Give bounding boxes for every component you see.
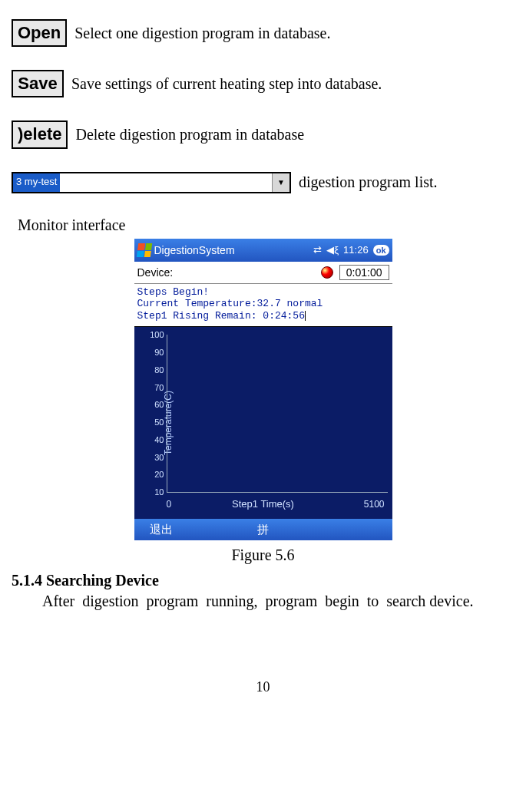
ytick: 10	[146, 487, 164, 497]
text-cursor-icon	[305, 311, 306, 321]
status-indicator-icon	[321, 266, 333, 279]
chart-plot-area: 100 90 80 70 60 50 40 30 20 10	[167, 335, 388, 493]
open-desc: Select one digestion program in database…	[74, 25, 330, 42]
save-row: Save Save settings of current heating st…	[12, 70, 514, 97]
open-row: Open Select one digestion program in dat…	[12, 19, 514, 47]
softkey-bar: 退出 拼	[134, 519, 392, 540]
ytick: 20	[146, 470, 164, 479]
save-button[interactable]: Save	[12, 70, 64, 97]
device-row: Device: 0:01:00	[134, 262, 392, 284]
ok-button[interactable]: ok	[373, 245, 389, 256]
section-heading: 5.1.4 Searching Device	[12, 572, 514, 589]
titlebar: DigestionSystem ⇄ ◀ξ 11:26 ok	[134, 239, 392, 262]
save-desc: Save settings of current heating step in…	[71, 75, 382, 93]
app-title: DigestionSystem	[154, 244, 235, 256]
chevron-down-icon[interactable]: ▼	[272, 173, 289, 192]
softkey-center[interactable]: 拼	[257, 523, 269, 537]
delete-desc: Delete digestion program in database	[75, 126, 304, 144]
xtick-max: 5100	[364, 499, 385, 510]
softkey-left[interactable]: 退出	[150, 523, 173, 537]
ytick: 100	[146, 330, 164, 339]
monitor-screenshot: DigestionSystem ⇄ ◀ξ 11:26 ok Device: 0:…	[134, 239, 392, 541]
message-area: Steps Begin! Current Temperature:32.7 no…	[134, 284, 392, 327]
msg-line-3: Step1 Rising Remain: 0:24:56	[137, 310, 389, 322]
page-number: 10	[12, 679, 514, 695]
temperature-chart: Temperature(C) 100 90 80 70 60 50 40 30 …	[134, 326, 392, 519]
msg-line-1: Steps Begin!	[137, 286, 389, 299]
program-list-combo[interactable]: 3 my-test ▼	[12, 172, 291, 193]
connectivity-icon: ⇄	[313, 244, 322, 256]
ytick: 50	[146, 418, 164, 427]
ytick: 90	[146, 348, 164, 357]
ytick: 80	[146, 365, 164, 375]
clock: 11:26	[343, 244, 369, 256]
msg-line-2: Current Temperature:32.7 normal	[137, 298, 389, 310]
windows-logo-icon	[136, 243, 152, 257]
status-icons: ⇄ ◀ξ 11:26 ok	[313, 244, 389, 256]
ytick: 30	[146, 453, 164, 462]
elapsed-timer: 0:01:00	[339, 265, 389, 280]
open-button[interactable]: Open	[12, 19, 67, 47]
figure-caption: Figure 5.6	[12, 546, 514, 564]
section-paragraph: After digestion program running, program…	[12, 592, 514, 610]
delete-row: )eletе Delete digestion program in datab…	[12, 120, 514, 148]
ytick: 70	[146, 383, 164, 392]
combo-selected: 3 my-test	[13, 173, 60, 192]
monitor-heading: Monitor interface	[18, 216, 514, 234]
device-label: Device:	[137, 266, 174, 279]
delete-button[interactable]: )eletе	[12, 120, 68, 148]
combo-row: 3 my-test ▼ digestion program list.	[12, 172, 514, 193]
ytick: 60	[146, 400, 164, 409]
combo-desc: digestion program list.	[299, 173, 438, 191]
chart-x-label: Step1 Time(s)	[134, 498, 392, 510]
ytick: 40	[146, 435, 164, 444]
speaker-icon: ◀ξ	[326, 244, 339, 256]
